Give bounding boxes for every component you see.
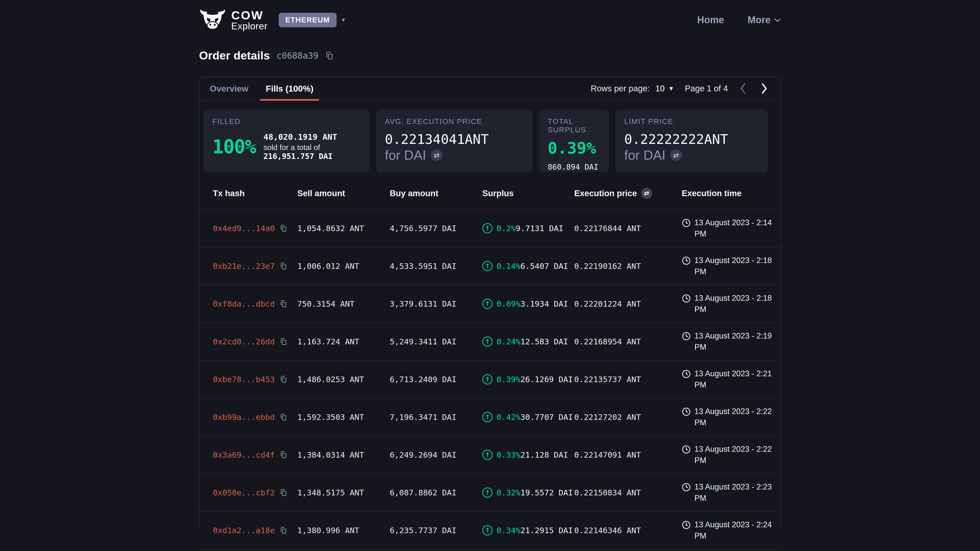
- column-buy-amount: Buy amount: [390, 189, 482, 198]
- pagination-controls: Rows per page: 10 ▼ Page 1 of 4: [591, 77, 780, 100]
- execution-time-cell: 13 August 2023 - 2:22 PM: [682, 444, 773, 466]
- filled-card: FILLED 100% 48,020.1919 ANT sold for a t…: [204, 110, 369, 172]
- copy-tx-hash-button[interactable]: [280, 338, 288, 346]
- network-badge[interactable]: ETHEREUM: [279, 13, 337, 27]
- copy-tx-hash-button[interactable]: [280, 262, 288, 270]
- surplus-cell: ↑ 0.42%30.7707 DAI: [482, 412, 574, 422]
- sell-amount-cell: 1,486.0253 ANT: [298, 375, 390, 384]
- copy-icon: [280, 451, 288, 459]
- network-selector[interactable]: ETHEREUM ▼: [279, 13, 346, 27]
- page-title: Order details: [199, 49, 270, 62]
- nav-home-label: Home: [697, 14, 724, 25]
- copy-icon: [280, 262, 288, 270]
- filled-percent: 100%: [212, 136, 256, 158]
- execution-time-cell: 13 August 2023 - 2:22 PM: [682, 406, 773, 428]
- execution-time-cell: 13 August 2023 - 2:18 PM: [682, 255, 773, 277]
- tx-hash-link[interactable]: 0xb21e...23e7: [213, 262, 275, 271]
- table-header-row: Tx hash Sell amount Buy amount Surplus E…: [200, 172, 780, 210]
- copy-tx-hash-button[interactable]: [280, 526, 288, 534]
- surplus-cell: ↑ 0.32%19.5572 DAI: [482, 487, 574, 498]
- surplus-up-icon: ↑: [482, 299, 493, 309]
- copy-order-id-button[interactable]: [325, 51, 334, 60]
- surplus-amount: 9.7131 DAI: [516, 224, 563, 233]
- tx-hash-link[interactable]: 0xf8da...dbcd: [213, 299, 275, 308]
- rows-per-page-value: 10: [655, 84, 665, 94]
- copy-tx-hash-button[interactable]: [280, 413, 288, 421]
- table-row: 0x4ed9...14a0 1,054.8632 ANT 4,756.5977 …: [200, 210, 780, 248]
- execution-price-cell: 0.22135737 ANT: [574, 375, 682, 384]
- surplus-amount: 26.1269 DAI: [520, 375, 573, 384]
- column-execution-time: Execution time: [682, 189, 773, 198]
- surplus-up-icon: ↑: [482, 450, 493, 460]
- chevron-down-icon: [774, 18, 781, 22]
- cow-logo-icon: [199, 10, 226, 31]
- brand-name: COW: [231, 9, 267, 21]
- tx-hash-link[interactable]: 0x050e...cbf2: [213, 488, 275, 497]
- surplus-amount: 30.7707 DAI: [520, 413, 573, 422]
- surplus-amount: 21.2915 DAI: [520, 526, 573, 535]
- surplus-percent: 0.24%: [496, 337, 520, 346]
- surplus-cell: ↑ 0.14%6.5407 DAI: [482, 261, 574, 271]
- next-page-button[interactable]: [760, 83, 769, 94]
- tab-overview[interactable]: Overview: [204, 77, 254, 100]
- execution-price-cell: 0.22190162 ANT: [574, 262, 682, 271]
- copy-tx-hash-button[interactable]: [280, 451, 288, 459]
- summary-cards: FILLED 100% 48,020.1919 ANT sold for a t…: [200, 101, 780, 172]
- clock-icon: [682, 330, 691, 341]
- buy-amount-cell: 6,713.2409 DAI: [390, 375, 482, 384]
- sell-amount-cell: 1,380.996 ANT: [298, 526, 390, 535]
- copy-tx-hash-button[interactable]: [280, 224, 288, 232]
- surplus-amount: 6.5407 DAI: [520, 262, 568, 271]
- total-surplus-percent: 0.39%: [548, 139, 600, 157]
- cow-explorer-logo[interactable]: COW Explorer: [199, 9, 267, 31]
- surplus-amount: 21.128 DAI: [520, 450, 568, 459]
- tx-hash-link[interactable]: 0xd1a2...a18e: [213, 526, 275, 535]
- nav-item-more[interactable]: More: [748, 14, 781, 25]
- tx-hash-link[interactable]: 0x2cd0...26dd: [213, 337, 275, 346]
- surplus-amount: 19.5572 DAI: [520, 488, 573, 497]
- sell-amount-cell: 1,163.724 ANT: [298, 337, 390, 346]
- tx-hash-link[interactable]: 0x3a69...cd4f: [213, 450, 275, 459]
- tx-hash-link[interactable]: 0xb99a...ebbd: [213, 413, 275, 422]
- buy-amount-cell: 6,087.8862 DAI: [390, 488, 482, 497]
- limit-price-unit: for DAI: [624, 147, 666, 163]
- nav-item-home[interactable]: Home: [697, 14, 724, 25]
- surplus-cell: ↑ 0.33%21.128 DAI: [482, 450, 574, 460]
- sell-amount-cell: 1,054.8632 ANT: [298, 224, 390, 233]
- clock-icon: [682, 519, 691, 530]
- copy-icon: [280, 338, 288, 346]
- clock-icon: [682, 444, 691, 454]
- surplus-up-icon: ↑: [482, 374, 493, 384]
- invert-price-button[interactable]: ⇄: [431, 149, 442, 161]
- sell-amount-cell: 750.3154 ANT: [298, 299, 390, 308]
- execution-time-text: 13 August 2023 - 2:23 PM: [694, 481, 773, 503]
- copy-tx-hash-button[interactable]: [280, 300, 288, 308]
- rows-per-page-select[interactable]: 10 ▼: [655, 84, 674, 94]
- execution-price-cell: 0.22147091 ANT: [574, 450, 682, 459]
- tab-fills[interactable]: Fills (100%): [260, 77, 319, 100]
- table-body: 0x4ed9...14a0 1,054.8632 ANT 4,756.5977 …: [200, 210, 780, 549]
- invert-price-button[interactable]: ⇄: [670, 149, 682, 161]
- surplus-cell: ↑ 0.34%21.2915 DAI: [482, 525, 574, 535]
- surplus-up-icon: ↑: [482, 261, 493, 271]
- copy-tx-hash-button[interactable]: [280, 489, 288, 497]
- app-header: COW Explorer ETHEREUM ▼ Home More: [0, 0, 980, 31]
- table-row: 0xb99a...ebbd 1,592.3503 ANT 7,196.3471 …: [200, 399, 780, 436]
- copy-tx-hash-button[interactable]: [280, 375, 288, 383]
- invert-execution-price-button[interactable]: ⇄: [641, 188, 652, 199]
- clock-icon: [682, 292, 691, 303]
- surplus-cell: ↑ 0.24%12.583 DAI: [482, 337, 574, 347]
- surplus-cell: ↑ 0.2%9.7131 DAI: [482, 223, 574, 233]
- tx-hash-link[interactable]: 0x4ed9...14a0: [213, 224, 275, 233]
- filled-label: FILLED: [212, 118, 361, 126]
- execution-time-cell: 13 August 2023 - 2:19 PM: [682, 330, 773, 353]
- surplus-amount: 3.1934 DAI: [520, 299, 568, 308]
- execution-price-cell: 0.22150834 ANT: [574, 488, 682, 497]
- surplus-cell: ↑ 0.39%26.1269 DAI: [482, 374, 574, 384]
- clock-icon: [682, 217, 691, 227]
- copy-icon: [280, 375, 288, 383]
- tx-hash-link[interactable]: 0xbe78...b453: [213, 375, 275, 384]
- order-id: c0688a39: [277, 51, 318, 61]
- previous-page-button[interactable]: [738, 83, 747, 94]
- buy-amount-cell: 4,756.5977 DAI: [390, 224, 482, 233]
